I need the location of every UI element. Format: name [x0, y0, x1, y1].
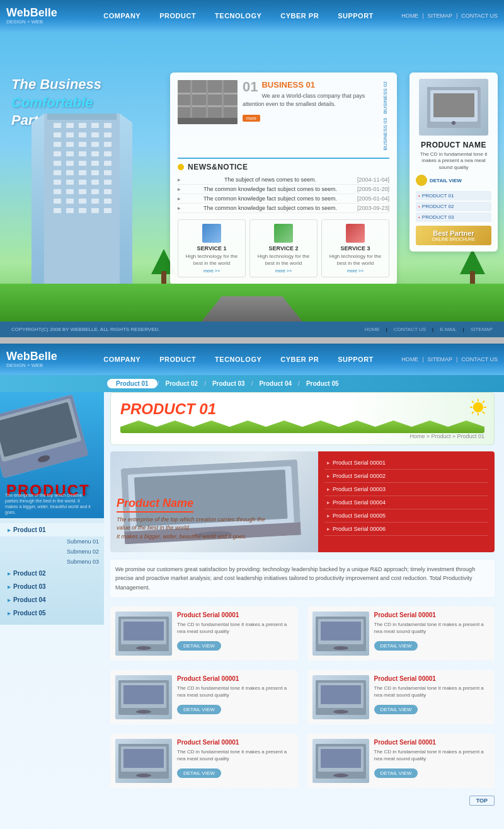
util-sitemap-2[interactable]: SITEMAP [427, 356, 452, 362]
sidebar: PRODUCT The enterprise of the top which … [0, 392, 104, 829]
breadcrumb-item-5[interactable]: Product 05 [300, 379, 345, 388]
product-item-info-1: Product Serial 00001 The CD in fundament… [177, 612, 293, 656]
sidebar-nav-product2[interactable]: ▸ Product 02 [0, 567, 104, 580]
svg-rect-35 [91, 180, 99, 185]
nav-product-1[interactable]: PRODUCT [151, 8, 205, 23]
detail-btn-6[interactable]: DETAIL VIEW [374, 768, 418, 778]
main-content-area: PRODUCT 01 Home » Product » Product 01 [104, 392, 504, 829]
product-list-item-2[interactable]: PRODUCT 02 [416, 202, 491, 211]
product-serial-1[interactable]: Product Serial 00001 [324, 456, 488, 470]
nav-support-2[interactable]: SUPPORT [329, 352, 382, 367]
product-img-device [427, 87, 481, 128]
svg-rect-14 [79, 142, 86, 147]
sidebar-subnav-2[interactable]: Submenu 02 [13, 547, 104, 557]
page-divider [0, 337, 504, 344]
detail-view-btn[interactable]: DETAIL VIEW [416, 175, 491, 186]
svg-rect-49 [79, 208, 86, 213]
product-img-placeholder [419, 79, 488, 136]
service-more-3[interactable]: more >> [326, 269, 385, 273]
product-item-img-inner-1 [118, 617, 169, 651]
detail-btn-4[interactable]: DETAIL VIEW [374, 705, 418, 714]
sidebar-nav-product1[interactable]: ▸ Product 01 [0, 523, 104, 536]
footer-sitemap-1[interactable]: SITEMAP [471, 327, 493, 332]
site-section-1: WebBelle DESIGN + WEB COMPANY PRODUCT TE… [0, 0, 504, 337]
svg-rect-44 [79, 199, 86, 204]
news-date-4: [2003-09-23] [357, 205, 389, 211]
product-item-title-6: Product Serial 00001 [374, 739, 490, 746]
service-more-1[interactable]: more >> [182, 269, 241, 273]
svg-rect-19 [79, 151, 86, 156]
breadcrumb-item-3[interactable]: Product 03 [206, 379, 251, 388]
svg-rect-41 [104, 189, 112, 194]
sidebar-subnav-3[interactable]: Submenu 03 [13, 557, 104, 567]
product-list-item-1[interactable]: PRODUCT 01 [416, 191, 491, 200]
nav-tecnology-2[interactable]: TECNOLOGY [206, 352, 270, 367]
util-contactus-1[interactable]: CONTACT US [461, 13, 498, 19]
product-serial-5[interactable]: Product Serial 00005 [324, 509, 488, 523]
sidebar-nav-label-5: Product 05 [13, 610, 46, 617]
news-item-3: The common knowledge fact subject comes … [178, 194, 389, 204]
nav-cyberpr-1[interactable]: CYBER PR [272, 8, 328, 23]
sidebar-subnav-1[interactable]: Submenu 01 [13, 536, 104, 547]
nav-company-2[interactable]: COMPANY [94, 352, 149, 367]
svg-rect-55 [190, 80, 192, 124]
product-serial-2[interactable]: Product Serial 00002 [324, 470, 488, 483]
service-more-2[interactable]: more >> [254, 269, 313, 273]
footer-home-1[interactable]: HOME [365, 327, 380, 332]
arrow-icon-3: ▸ [8, 584, 11, 590]
sun-icon [469, 398, 488, 417]
product-list-label-2: PRODUCT 02 [422, 204, 454, 209]
breadcrumb-item-2[interactable]: Product 02 [159, 379, 204, 388]
nav-tecnology-1[interactable]: TECNOLOGY [206, 8, 270, 23]
logo-sub-1: DESIGN + WEB [6, 20, 63, 25]
top-btn[interactable]: TOP [469, 796, 495, 806]
sidebar-nav-product4[interactable]: ▸ Product 04 [0, 593, 104, 606]
footer-contact-1[interactable]: CONTACT US [394, 327, 426, 332]
svg-line-74 [483, 401, 484, 403]
svg-rect-17 [54, 151, 61, 156]
svg-rect-46 [104, 199, 112, 204]
detail-btn-2[interactable]: DETAIL VIEW [374, 641, 418, 651]
services-row: SERVICE 1 High technology for the best i… [178, 219, 389, 277]
svg-rect-26 [104, 161, 112, 166]
svg-rect-25 [91, 161, 99, 166]
sidebar-nav-product3[interactable]: ▸ Product 03 [0, 580, 104, 593]
news-dot-icon [178, 164, 184, 170]
hero-line1: The Business [11, 76, 101, 92]
detail-btn-5[interactable]: DETAIL VIEW [177, 768, 221, 778]
util-sitemap-1[interactable]: SITEMAP [427, 13, 452, 19]
service-icon-3 [346, 224, 365, 243]
news-title-text: NEWS&NOTICE [188, 163, 248, 171]
breadcrumb-item-4[interactable]: Product 04 [253, 379, 298, 388]
util-home-1[interactable]: HOME [401, 13, 418, 19]
sidebar-nav-product5[interactable]: ▸ Product 05 [0, 606, 104, 620]
product-serial-4[interactable]: Product Serial 00004 [324, 496, 488, 509]
product-item-card-4: Product Serial 00001 The CD in fundament… [307, 670, 495, 724]
nav-cyberpr-2[interactable]: CYBER PR [272, 352, 328, 367]
product-serial-3[interactable]: Product Serial 00003 [324, 483, 488, 496]
product-description: We promise our customers great satisfact… [110, 560, 495, 597]
service-icon-2 [274, 224, 293, 243]
arrow-icon-1: ▸ [8, 527, 11, 533]
best-partner-banner[interactable]: Best Partner ONLINE BROCHURE [416, 226, 491, 245]
nav-company-1[interactable]: COMPANY [94, 8, 149, 23]
sidebar-nav-label-3: Product 03 [13, 583, 46, 590]
detail-btn-1[interactable]: DETAIL VIEW [177, 641, 221, 651]
footer-email-1[interactable]: E-MAIL [440, 327, 457, 332]
serial-label-4: Product Serial 00004 [333, 499, 386, 506]
nav-support-1[interactable]: SUPPORT [329, 8, 382, 23]
right-product-panel: PRODUCT NAME The CD in fundamental tone … [410, 72, 498, 252]
svg-rect-20 [91, 151, 99, 156]
product-name-desc: The CD in fundamental tone it makes a pr… [416, 151, 491, 171]
util-contactus-2[interactable]: CONTACT US [461, 356, 498, 362]
breadcrumb-item-1[interactable]: Product 01 [107, 379, 158, 388]
detail-text: DETAIL VIEW [430, 178, 462, 183]
business-title: BUSINESS 01 [243, 80, 375, 90]
util-home-2[interactable]: HOME [401, 356, 418, 362]
product-serial-6[interactable]: Product Serial 00006 [324, 523, 488, 536]
detail-btn-3[interactable]: DETAIL VIEW [177, 705, 221, 714]
nav-product-2[interactable]: PRODUCT [151, 352, 205, 367]
business-more-btn[interactable]: more [243, 115, 260, 122]
product-list-item-3[interactable]: PRODUCT 03 [416, 212, 491, 222]
product-device-svg [427, 87, 481, 128]
